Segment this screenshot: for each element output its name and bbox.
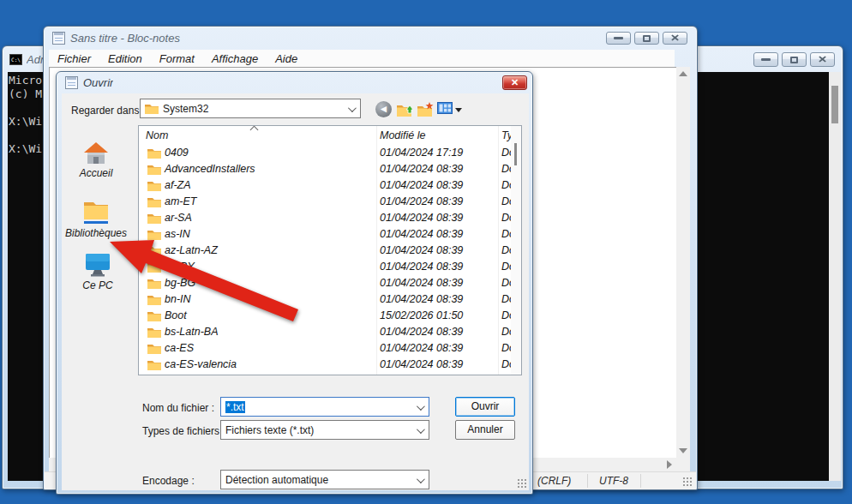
file-name: am-ET [165, 195, 197, 207]
menu-format[interactable]: Format [151, 52, 203, 65]
file-modified: 01/04/2024 08:39 [380, 212, 463, 224]
file-modified: 01/04/2024 08:39 [380, 326, 463, 338]
sidebar-label: Ce PC [82, 279, 112, 291]
views-grid-icon [437, 101, 453, 115]
folder-icon [147, 327, 161, 338]
back-button[interactable]: ◄ [375, 101, 393, 118]
file-row[interactable]: ca-ES-valencia01/04/2024 08:39Do [139, 357, 507, 374]
views-dropdown-icon [455, 108, 462, 112]
file-name: be-BY [165, 261, 195, 273]
file-name: Boot [165, 309, 187, 321]
file-name: af-ZA [165, 179, 191, 191]
sidebar-label: Bibliothèques [65, 227, 127, 239]
notepad-vertical-scrollbar[interactable] [676, 67, 690, 458]
file-row[interactable]: af-ZA01/04/2024 08:39Do [139, 178, 507, 195]
menu-affichage[interactable]: Affichage [203, 52, 267, 65]
chevron-down-icon [417, 475, 425, 483]
menu-aide[interactable]: Aide [267, 52, 306, 65]
file-row[interactable]: am-ET01/04/2024 08:39Do [139, 195, 507, 211]
open-button[interactable]: Ouvrir [455, 397, 515, 417]
dialog-titlebar[interactable]: Ouvrir [57, 72, 532, 93]
scroll-up-icon[interactable] [679, 71, 687, 76]
sort-ascending-icon [250, 126, 259, 135]
column-header-modifie[interactable]: Modifié le [380, 129, 426, 141]
folder-icon [147, 294, 161, 305]
file-row[interactable]: bn-IN01/04/2024 08:39Do [139, 292, 507, 309]
file-modified: 01/04/2024 08:39 [380, 244, 463, 256]
file-row[interactable]: AdvancedInstallers01/04/2024 08:39Do [139, 162, 507, 178]
computer-icon [84, 253, 111, 277]
file-modified: 01/04/2024 08:39 [380, 358, 463, 370]
file-name: ca-ES [165, 342, 194, 354]
notepad-close-button[interactable]: ✕ [663, 32, 687, 45]
folder-icon [147, 213, 161, 224]
encoding-value: Détection automatique [225, 474, 328, 486]
file-row[interactable]: be-BY01/04/2024 08:39Do [139, 260, 507, 276]
scroll-right-icon[interactable] [667, 460, 672, 469]
file-list-scrollbar[interactable] [511, 126, 521, 375]
file-row[interactable]: az-Latn-AZ01/04/2024 08:39Do [139, 243, 507, 260]
new-folder-button[interactable] [417, 101, 434, 118]
chevron-down-icon [417, 402, 425, 411]
dialog-close-button[interactable]: ✕ [502, 75, 527, 90]
file-row[interactable]: ar-SA01/04/2024 08:39Do [139, 211, 507, 227]
cmd-close-button[interactable]: ✕ [810, 52, 835, 67]
folder-icon [147, 359, 161, 370]
status-encoding: UTF-8 [599, 475, 628, 487]
up-one-level-button[interactable] [396, 101, 413, 118]
folder-icon [147, 180, 161, 191]
look-in-label: Regarder dans : [71, 105, 145, 117]
sidebar-item-bibliotheques[interactable]: Bibliothèques [62, 200, 130, 239]
cmd-minimize-button[interactable] [753, 52, 778, 67]
file-row[interactable]: ca-ES01/04/2024 08:39Do [139, 341, 507, 357]
file-row[interactable]: Boot15/02/2026 01:50Do [139, 309, 507, 325]
scroll-down-icon[interactable] [679, 448, 687, 453]
file-row[interactable]: as-IN01/04/2024 08:39Do [139, 227, 507, 243]
notepad-menubar: Fichier Edition Format Affichage Aide [49, 50, 675, 67]
file-name-combobox[interactable]: *.txt [220, 397, 429, 417]
folder-icon [147, 229, 161, 240]
file-name: as-IN [165, 228, 190, 240]
chevron-down-icon [348, 104, 357, 112]
dialog-icon [65, 76, 78, 89]
sidebar-item-accueil[interactable]: Accueil [62, 141, 130, 179]
notepad-resize-grip[interactable] [682, 477, 693, 487]
notepad-titlebar[interactable]: Sans titre - Bloc-notes ✕ [44, 27, 697, 50]
menu-fichier[interactable]: Fichier [49, 52, 99, 65]
folder-icon [145, 103, 159, 114]
notepad-icon [52, 32, 65, 45]
column-header-nom[interactable]: Nom [146, 129, 168, 141]
open-dialog: Ouvrir ✕ Regarder dans : System32 ◄ [56, 71, 533, 495]
encoding-label: Encodage : [142, 475, 195, 487]
file-name-label: Nom du fichier : [142, 402, 214, 414]
file-name: bn-IN [165, 293, 191, 305]
cancel-button[interactable]: Annuler [455, 420, 515, 440]
file-modified: 01/04/2024 17:19 [380, 147, 463, 159]
file-name: ar-SA [165, 212, 192, 224]
sidebar-item-ce-pc[interactable]: Ce PC [63, 253, 132, 291]
folder-icon [147, 164, 161, 175]
look-in-combobox[interactable]: System32 [140, 99, 361, 118]
menu-edition[interactable]: Edition [99, 52, 151, 65]
cmd-maximize-button[interactable] [782, 52, 807, 67]
chevron-down-icon [417, 425, 425, 434]
file-modified: 01/04/2024 08:39 [380, 293, 463, 305]
notepad-minimize-button[interactable] [606, 32, 631, 45]
encoding-combobox[interactable]: Détection automatique [220, 470, 429, 489]
new-folder-icon [417, 101, 434, 118]
notepad-maximize-button[interactable] [634, 32, 659, 45]
cmd-scrollbar[interactable] [829, 72, 841, 481]
file-name: AdvancedInstallers [165, 163, 255, 175]
folder-icon [147, 261, 161, 273]
views-button[interactable] [437, 101, 463, 118]
file-modified: 01/04/2024 08:39 [380, 261, 463, 273]
dialog-resize-grip[interactable] [517, 478, 527, 489]
file-row[interactable]: bs-Latn-BA01/04/2024 08:39Do [139, 325, 507, 341]
folder-icon [147, 196, 161, 207]
file-modified: 01/04/2024 08:39 [380, 228, 463, 240]
file-name-value: *.txt [225, 401, 245, 413]
file-type-combobox[interactable]: Fichiers texte (*.txt) [220, 420, 429, 440]
file-row[interactable]: 040901/04/2024 17:19Do [139, 146, 507, 162]
file-modified: 01/04/2024 08:39 [380, 195, 463, 207]
file-row[interactable]: bg-BG01/04/2024 08:39Do [139, 276, 507, 292]
